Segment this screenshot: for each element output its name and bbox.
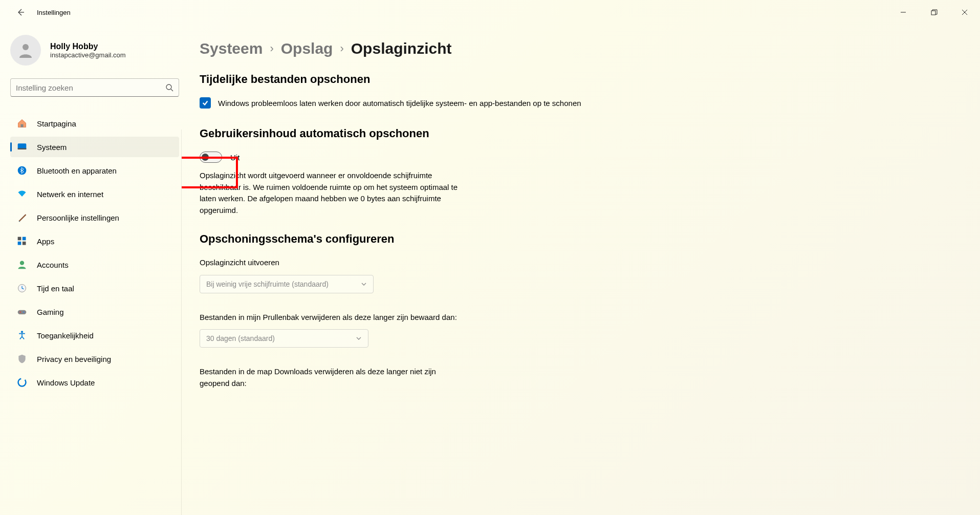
run-storage-sense-dropdown[interactable]: Bij weinig vrije schijfruimte (standaard… bbox=[200, 275, 374, 293]
search-input[interactable] bbox=[16, 83, 165, 92]
check-icon bbox=[202, 99, 209, 106]
sidebar: Holly Hobby instapcactive@gmail.com Star… bbox=[0, 25, 182, 515]
nav-item-persoonlijke[interactable]: Persoonlijke instellingen bbox=[10, 207, 179, 228]
nav-label: Privacy en beveiliging bbox=[37, 355, 111, 363]
storage-sense-description: Opslaginzicht wordt uitgevoerd wanneer e… bbox=[200, 170, 466, 216]
update-icon bbox=[16, 377, 28, 388]
close-icon bbox=[962, 9, 968, 15]
nav-item-toegankelijkheid[interactable]: Toegankelijkheid bbox=[10, 325, 179, 346]
nav-item-netwerk[interactable]: Netwerk en internet bbox=[10, 184, 179, 204]
search-box[interactable] bbox=[10, 78, 179, 97]
close-button[interactable] bbox=[949, 2, 980, 23]
accounts-icon bbox=[16, 259, 28, 270]
nav-label: Toegankelijkheid bbox=[37, 331, 94, 340]
window-controls bbox=[888, 2, 980, 23]
clock-icon bbox=[16, 283, 28, 294]
svg-point-14 bbox=[19, 312, 21, 313]
shield-icon bbox=[16, 353, 28, 364]
auto-clean-checkbox-row[interactable]: Windows probleemloos laten werken door a… bbox=[200, 97, 960, 109]
nav-item-systeem[interactable]: Systeem bbox=[10, 137, 179, 157]
nav-list: Startpagina Systeem Bluetooth en apparat… bbox=[10, 113, 179, 393]
breadcrumb-systeem[interactable]: Systeem bbox=[200, 40, 263, 57]
breadcrumb-current: Opslaginzicht bbox=[351, 40, 452, 57]
nav-item-startpagina[interactable]: Startpagina bbox=[10, 113, 179, 134]
chevron-right-icon: › bbox=[340, 42, 343, 55]
run-storage-sense-label: Opslaginzicht uitvoeren bbox=[200, 257, 466, 269]
app-title: Instellingen bbox=[37, 9, 71, 16]
gaming-icon bbox=[16, 306, 28, 317]
nav-label: Startpagina bbox=[37, 119, 76, 128]
back-button[interactable] bbox=[10, 2, 31, 23]
nav-label: Bluetooth en apparaten bbox=[37, 166, 117, 175]
svg-point-15 bbox=[23, 312, 25, 313]
person-icon bbox=[16, 41, 35, 59]
minimize-button[interactable] bbox=[888, 2, 919, 23]
home-icon bbox=[16, 118, 28, 129]
svg-rect-9 bbox=[18, 242, 21, 245]
recycle-bin-dropdown[interactable]: 30 dagen (standaard) bbox=[200, 329, 368, 348]
svg-point-17 bbox=[18, 379, 26, 387]
profile-block[interactable]: Holly Hobby instapcactive@gmail.com bbox=[10, 35, 179, 66]
profile-email: instapcactive@gmail.com bbox=[50, 51, 126, 59]
storage-sense-toggle-row: Uit bbox=[200, 152, 960, 163]
wifi-icon bbox=[16, 188, 28, 200]
chevron-right-icon: › bbox=[270, 42, 273, 55]
toggle-off[interactable] bbox=[200, 152, 222, 163]
nav-item-gaming[interactable]: Gaming bbox=[10, 302, 179, 322]
nav-label: Windows Update bbox=[37, 378, 95, 387]
downloads-label: Bestanden in de map Downloads verwijdere… bbox=[200, 366, 466, 389]
avatar bbox=[10, 35, 41, 66]
nav-item-windows-update[interactable]: Windows Update bbox=[10, 372, 179, 393]
accessibility-icon bbox=[16, 330, 28, 341]
section-heading-gebruikersinhoud: Gebruikersinhoud automatisch opschonen bbox=[200, 127, 960, 140]
apps-icon bbox=[16, 235, 28, 247]
nav-label: Persoonlijke instellingen bbox=[37, 213, 119, 222]
nav-item-tijd[interactable]: Tijd en taal bbox=[10, 278, 179, 298]
nav-label: Tijd en taal bbox=[37, 284, 74, 293]
svg-rect-5 bbox=[18, 148, 27, 150]
nav-item-apps[interactable]: Apps bbox=[10, 231, 179, 251]
checkbox-checked[interactable] bbox=[200, 97, 211, 109]
svg-rect-3 bbox=[21, 124, 24, 127]
nav-label: Gaming bbox=[37, 308, 64, 316]
nav-item-bluetooth[interactable]: Bluetooth en apparaten bbox=[10, 160, 179, 181]
svg-point-11 bbox=[20, 261, 24, 265]
nav-label: Apps bbox=[37, 237, 54, 246]
bluetooth-icon bbox=[16, 165, 28, 176]
paintbrush-icon bbox=[16, 212, 28, 223]
svg-rect-10 bbox=[23, 242, 26, 245]
svg-point-2 bbox=[166, 84, 171, 90]
search-icon bbox=[165, 83, 173, 92]
arrow-left-icon bbox=[16, 8, 25, 16]
svg-rect-7 bbox=[18, 237, 21, 241]
toggle-label: Uit bbox=[230, 153, 239, 162]
breadcrumb-opslag[interactable]: Opslag bbox=[281, 40, 333, 57]
nav-label: Accounts bbox=[37, 261, 69, 269]
chevron-down-icon bbox=[361, 281, 367, 287]
breadcrumb: Systeem › Opslag › Opslaginzicht bbox=[200, 40, 960, 57]
nav-item-privacy[interactable]: Privacy en beveiliging bbox=[10, 349, 179, 369]
recycle-bin-label: Bestanden in mijn Prullenbak verwijderen… bbox=[200, 312, 466, 324]
maximize-icon bbox=[931, 9, 938, 16]
chevron-down-icon bbox=[356, 335, 362, 341]
nav-label: Systeem bbox=[37, 143, 67, 152]
toggle-knob bbox=[202, 154, 209, 161]
maximize-button[interactable] bbox=[919, 2, 949, 23]
minimize-icon bbox=[900, 9, 906, 15]
svg-point-1 bbox=[23, 44, 29, 50]
svg-rect-13 bbox=[18, 310, 27, 314]
system-icon bbox=[16, 141, 28, 153]
svg-rect-0 bbox=[931, 11, 935, 15]
nav-item-accounts[interactable]: Accounts bbox=[10, 254, 179, 275]
svg-point-16 bbox=[21, 331, 23, 333]
section-heading-tijdelijke: Tijdelijke bestanden opschonen bbox=[200, 73, 960, 86]
nav-label: Netwerk en internet bbox=[37, 190, 103, 199]
dropdown-value: 30 dagen (standaard) bbox=[206, 334, 275, 342]
section-heading-schema: Opschoningsschema's configureren bbox=[200, 232, 960, 246]
profile-name: Holly Hobby bbox=[50, 42, 126, 51]
dropdown-value: Bij weinig vrije schijfruimte (standaard… bbox=[206, 280, 329, 288]
svg-rect-8 bbox=[23, 237, 26, 241]
titlebar: Instellingen bbox=[0, 0, 980, 25]
checkbox-label: Windows probleemloos laten werken door a… bbox=[218, 99, 581, 108]
content-area: Systeem › Opslag › Opslaginzicht Tijdeli… bbox=[182, 25, 980, 515]
